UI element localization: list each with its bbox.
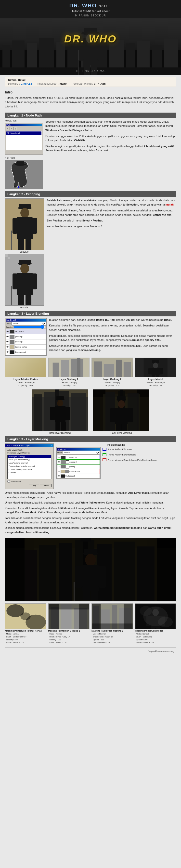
masking-result-svg bbox=[93, 390, 149, 431]
intro-text: Tutorial ini terinspirasi dari poster fi… bbox=[5, 96, 176, 108]
pb-gedung2: Masking Paintbrush Gedung 2 - Mode : Nor… bbox=[91, 603, 133, 644]
new-path-icon[interactable]: + bbox=[6, 127, 9, 130]
layer-row-gedung2[interactable]: 👁 gedung 2 bbox=[6, 334, 46, 339]
path-item[interactable]: 👁 Model path bbox=[6, 131, 41, 135]
dialog-options-list[interactable]: White (full opacity) Black (full transpa… bbox=[7, 455, 52, 479]
langkah2-text-2: Kemudian Model di-invert, Anda tekan Ctr… bbox=[47, 209, 176, 217]
masked-mode-select[interactable]: Normal bbox=[63, 451, 100, 455]
layers-masked-panel: Model.xcf Mode: Normal 👁 Model.xcf bbox=[56, 447, 100, 479]
layer-name-gedung2: gedung 2 bbox=[15, 336, 23, 338]
masked-layer-gedung2[interactable]: 👁 gedung 2 bbox=[57, 460, 99, 465]
layer-model-info: - Mode : Hard Light - Opacity : 58 bbox=[135, 381, 176, 387]
langkah2-section: Langkah 2 - Cropping bbox=[0, 191, 181, 309]
svg-rect-139 bbox=[91, 590, 98, 601]
pb-gedung2-img bbox=[91, 603, 133, 629]
masking-text-2: Untuk Masking dimanipulasi ini, kita han… bbox=[5, 501, 176, 505]
langkah1-header: Langkah 1 - Node Path bbox=[5, 113, 176, 118]
masking-text-4: Tapi, bila Anda sudah terbatas dengan ma… bbox=[5, 516, 176, 525]
legend-text-3: Frame Merah = Disable Mask Efek Masking … bbox=[108, 458, 157, 462]
layer-item-model: Layer Model - Mode : Hard Light - Opacit… bbox=[135, 358, 176, 387]
add-layer-mask-container: Add A Mask to the Layer × Add Layer Mask… bbox=[5, 443, 54, 489]
difficulty-label: Tingkat kesulitan : bbox=[37, 82, 59, 85]
svg-rect-86 bbox=[34, 394, 42, 431]
apply-button[interactable]: Apply bbox=[29, 484, 39, 487]
result-blending: Hasil layer Blending bbox=[32, 389, 88, 434]
svg-rect-94 bbox=[55, 406, 65, 422]
layers-list: 👁 Model.xcf 👁 gedung 2 👁 gedun bbox=[6, 329, 46, 355]
pb-texture-mode: Normal bbox=[13, 633, 19, 635]
masking-pos-content: Model.xcf Mode: Normal 👁 Model.xcf bbox=[56, 447, 176, 479]
model-layer-svg bbox=[135, 358, 176, 377]
after-figure-svg bbox=[5, 254, 44, 306]
mode-label: Mode: bbox=[6, 322, 11, 325]
layer-texture-info: - Mode : Hard Light - Opacity : 100 bbox=[5, 381, 47, 387]
svg-point-93 bbox=[57, 400, 63, 407]
delete-path-icon[interactable]: × bbox=[9, 127, 13, 130]
texture-mode: Hard Light bbox=[25, 381, 35, 384]
dialog-option-selected[interactable]: White (full opacity) bbox=[8, 455, 51, 458]
layer-gedung1-info: - Mode : Multiply - Opacity : 100 bbox=[48, 381, 90, 387]
svg-rect-31 bbox=[26, 175, 27, 176]
svg-rect-63 bbox=[11, 286, 12, 306]
masked-layers-list: 👁 Model.xcf 👁 gedung 2 bbox=[57, 455, 100, 478]
layer-thumb-gedung1 bbox=[9, 340, 14, 344]
after-image-container: sesudah bbox=[5, 254, 44, 309]
svg-rect-51 bbox=[5, 254, 8, 257]
legend-item-3: Frame Merah = Disable Mask Efek Masking … bbox=[102, 458, 176, 462]
dialog-close-icon[interactable]: × bbox=[51, 444, 53, 447]
info-row: Software : GIMP 2.6 Tingkat kesulitan : … bbox=[8, 82, 173, 85]
layer-row-texture[interactable]: 👁 texture kertas bbox=[6, 345, 46, 350]
svg-rect-70 bbox=[94, 361, 102, 377]
pb-gedung1-opacity: 100 bbox=[58, 639, 61, 641]
masked-layer-gedung1[interactable]: 👁 gedung 1 bbox=[57, 465, 99, 469]
info-software: Software : GIMP 2.6 bbox=[8, 82, 32, 85]
svg-rect-115 bbox=[116, 424, 121, 431]
before-figure-svg bbox=[5, 199, 44, 250]
layer-row-gedung1[interactable]: 👁 gedung 1 bbox=[6, 339, 46, 345]
svg-point-111 bbox=[118, 400, 125, 408]
langkah1-text-3: Bila Anda ingin meng-edit, Anda cukup kl… bbox=[46, 144, 176, 153]
svg-rect-161 bbox=[92, 623, 133, 629]
svg-rect-17 bbox=[84, 28, 97, 34]
opacity-slider[interactable] bbox=[13, 326, 46, 328]
pb-gedung2-svg bbox=[92, 603, 133, 629]
dialog-option-4[interactable]: Transfer layer's alpha channel bbox=[8, 465, 51, 468]
masked-name-model: Model.xcf bbox=[69, 457, 77, 458]
dialog-option-3[interactable]: Layer's alpha channel bbox=[8, 461, 51, 465]
pb-gedung1-brush: Circle Fuzzy 17 bbox=[56, 636, 70, 638]
cancel-button[interactable]: Cancel bbox=[40, 484, 52, 487]
masked-layer-model[interactable]: 👁 Model.xcf bbox=[57, 455, 99, 460]
masked-layer-texture[interactable]: 👁 texture kertas bbox=[57, 469, 99, 474]
model-opacity: 58 bbox=[160, 384, 162, 387]
svg-rect-62 bbox=[26, 294, 31, 306]
svg-rect-138 bbox=[83, 590, 90, 601]
layer-texture-img bbox=[5, 358, 47, 377]
masked-layer-bg[interactable]: 👁 Background bbox=[57, 474, 99, 478]
large-result-container bbox=[0, 538, 181, 603]
langkah2-images: sebelum bbox=[5, 198, 44, 309]
svg-rect-42 bbox=[19, 204, 31, 209]
header-subtitle: Tutorial GIMP fan art effect bbox=[0, 9, 181, 13]
pb-gedung2-opacity: 100 bbox=[101, 639, 104, 641]
legend-dot-blue bbox=[102, 448, 107, 451]
pb-texture-svg bbox=[5, 603, 46, 629]
svg-rect-89 bbox=[71, 393, 86, 431]
eye-m3: 👁 bbox=[58, 466, 60, 468]
software-value: GIMP 2.6 bbox=[21, 82, 32, 85]
layer-row-bg[interactable]: 👁 Background bbox=[6, 350, 46, 355]
info-time: Perkiraan Waktu : 3 - 4 Jam bbox=[71, 82, 105, 85]
dialog-option-2[interactable]: Black (full transparency) bbox=[8, 458, 51, 461]
legend-text-1: Frame Putih = Edit Mask bbox=[108, 447, 132, 452]
invert-mask-checkbox[interactable] bbox=[7, 480, 10, 483]
pb-gedung1-title: Masking Paintbrush Gedung 1 bbox=[48, 629, 90, 632]
dialog-option-5[interactable]: Convert to Grayscale Mask bbox=[8, 468, 51, 471]
result-masking: Hasil layer Masking bbox=[93, 389, 149, 434]
svg-rect-5 bbox=[56, 42, 65, 67]
dialog-option-6[interactable]: Channel bbox=[8, 471, 51, 474]
legend-dot-green bbox=[102, 453, 107, 456]
eye-m5: 👁 bbox=[58, 475, 60, 477]
svg-rect-54 bbox=[8, 257, 10, 259]
layer-row-model[interactable]: 👁 Model.xcf bbox=[6, 329, 46, 334]
masked-thumb-mask4 bbox=[65, 470, 69, 473]
path-to-sel-icon[interactable]: ◇ bbox=[13, 127, 17, 130]
